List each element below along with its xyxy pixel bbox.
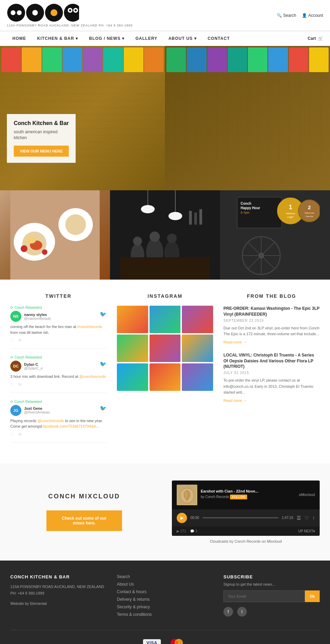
footer-links-col: Search About Us Contact & hours Delivery… (117, 574, 213, 620)
footer-address: 115A PONSONBY ROAD AUCKLAND, NEW ZEALAND… (10, 584, 107, 607)
nav-kitchen[interactable]: KITCHEN & BAR ▾ (32, 31, 84, 46)
insta-photo-2[interactable] (150, 306, 181, 333)
insta-photo-7[interactable] (117, 363, 148, 391)
tweet-1-link[interactable]: #conchrecords (77, 325, 102, 329)
insta-photo-5[interactable] (150, 335, 181, 362)
footer-subscribe-title: SUBSCRIBE (223, 574, 320, 579)
hero-overlay: Conch Kitchen & Bar south american inspi… (7, 114, 76, 163)
player-playlist-icon[interactable]: ☰ (297, 515, 301, 521)
nav-about[interactable]: ABOUT US ▾ (163, 31, 202, 46)
svg-point-6 (51, 9, 57, 16)
tweet-retweet-icon-3[interactable]: ⟳ (18, 432, 22, 437)
svg-point-2 (17, 10, 22, 15)
footer-grid: CONCH KITCHEN & BAR 115A PONSONBY ROAD A… (10, 574, 320, 620)
logo[interactable] (7, 3, 133, 22)
mixcloud-button[interactable]: Check out some of our mixes here. (46, 510, 122, 531)
svg-point-20 (42, 249, 47, 255)
footer-credit: Website by Elemental (10, 600, 107, 607)
twitter-icon[interactable]: t (237, 607, 247, 617)
insta-photo-8[interactable] (150, 363, 181, 391)
tweet-1: ⟳ Conch Retweeted NS nanny styles @manso… (10, 306, 107, 349)
tweet-3-link1[interactable]: @conchrecords (37, 419, 64, 423)
footer-link-terms[interactable]: Terms & conditions (117, 612, 213, 617)
svg-point-31 (133, 237, 142, 246)
player-actions: ☰ ♡ ↑ (297, 515, 315, 521)
footer-link-contact[interactable]: Contact & hours (117, 589, 213, 594)
bar-image-svg (120, 190, 210, 280)
email-input[interactable] (223, 590, 305, 602)
tweet-3-actions: ♡ ⟳ (10, 432, 107, 437)
tweet-1-avatar: NS (10, 311, 21, 322)
tweet-reply-icon-3[interactable]: ♡ (10, 432, 14, 437)
nav-blog[interactable]: BLOG / NEWS ▾ (84, 31, 130, 46)
bar-photo[interactable] (110, 190, 220, 280)
footer-link-security[interactable]: Security & privacy (117, 605, 213, 609)
food-photo[interactable] (0, 190, 110, 280)
blog-post-1: PRE-ORDER: Kamasi Washington - The Epic … (223, 306, 320, 344)
blog-post-2-excerpt: To pre-order the vinyl LP, please contac… (223, 377, 320, 396)
tweet-2-text: 3 hour mix with download link. Record at… (10, 374, 107, 380)
footer-link-search[interactable]: Search (117, 574, 213, 579)
tweet-2-link[interactable]: @conchrecords (79, 374, 106, 379)
svg-point-1 (11, 10, 15, 15)
blog-post-2-title: LOCAL VINYL: Christoph El Truento - A Se… (223, 352, 320, 370)
tweet-3-link2[interactable]: facebook.com/75368714794/ph... (43, 424, 99, 428)
tweet-retweet-icon-2[interactable]: ⟳ (18, 382, 22, 387)
tweet-2-meta: Dylan C @DylanC_e (24, 362, 97, 370)
time-total: 1:47:15 (282, 516, 293, 520)
nav-contact[interactable]: CONTACT (202, 31, 235, 46)
search-icon: 🔍 (277, 13, 282, 18)
insta-photo-9[interactable] (182, 363, 213, 391)
svg-point-27 (150, 231, 160, 242)
svg-point-0 (7, 4, 25, 22)
mixcloud-logo: ⊘Mixcloud (299, 493, 315, 497)
footer-link-about[interactable]: About Us (117, 582, 213, 587)
svg-text:1: 1 (289, 204, 292, 211)
insta-photo-1[interactable] (117, 306, 148, 333)
tweet-reply-icon-2[interactable]: ♡ (10, 382, 14, 387)
footer-subscribe-text: Signup to get the latest news... (223, 582, 320, 586)
svg-point-4 (32, 10, 38, 15)
svg-point-19 (21, 245, 28, 252)
footer-link-delivery[interactable]: Delivery & returns (117, 597, 213, 602)
instagram-column: INSTAGRAM (117, 293, 213, 450)
blog-post-2-readmore[interactable]: Read more → (223, 398, 320, 403)
account-icon: 👤 (302, 13, 307, 18)
account-button[interactable]: 👤 Account (302, 13, 323, 18)
player-artist: by Conch Records FOLLOW (201, 495, 295, 499)
nav-gallery[interactable]: GALLERY (130, 31, 163, 46)
tweet-2-avatar: DC (10, 361, 21, 372)
mixcloud-section: CONCH MIXCLOUD Check out some of our mix… (0, 463, 330, 561)
happy-hour-photo[interactable]: Conch Happy Hour 5-7pm 1 Heketoa Lager 2… (220, 190, 330, 280)
player-next[interactable]: UP NEXT▾ (298, 529, 315, 533)
facebook-icon[interactable]: f (223, 607, 233, 617)
player-like-icon[interactable]: ♡ (305, 515, 309, 521)
insta-photo-4[interactable] (117, 335, 148, 362)
cart-button[interactable]: Cart 🛒 (308, 36, 323, 41)
nav-links: HOME KITCHEN & BAR ▾ BLOG / NEWS ▾ GALLE… (7, 31, 235, 46)
three-column-section: TWITTER ⟳ Conch Retweeted NS nanny style… (0, 280, 330, 463)
player-share-icon[interactable]: ↑ (312, 515, 315, 521)
insta-photo-3[interactable] (182, 306, 213, 333)
search-button[interactable]: 🔍 Search (277, 13, 296, 18)
hero-menu-button[interactable]: view our menu here (14, 146, 69, 157)
insta-photo-6[interactable] (182, 335, 213, 362)
mastercard-svg (170, 639, 184, 644)
tweet-3-avatar: JG (10, 405, 21, 416)
svg-rect-32 (120, 257, 210, 280)
blog-post-1-readmore[interactable]: Read more → (223, 340, 320, 344)
player-follow-button[interactable]: FOLLOW (230, 495, 247, 499)
blog-post-1-title: PRE-ORDER: Kamasi Washington - The Epic … (223, 306, 320, 317)
subscribe-button[interactable]: Ok (305, 590, 320, 602)
tweet-reply-icon[interactable]: ♡ (10, 338, 14, 343)
play-button[interactable]: ▶ (177, 513, 187, 523)
food-image-svg (10, 190, 100, 280)
progress-bar[interactable] (202, 517, 278, 518)
stained-glass-left (0, 46, 165, 74)
player-header: Earshot with Cian - 22nd Nove... by Conc… (172, 481, 320, 509)
nav-home[interactable]: HOME (7, 31, 32, 46)
player-likes: ▶ 271 (177, 529, 186, 533)
svg-text:5-7pm: 5-7pm (241, 211, 250, 214)
tweet-3-meta: Just Gene @RiversAmanas (24, 406, 97, 414)
tweet-retweet-icon[interactable]: ⟳ (18, 338, 22, 343)
